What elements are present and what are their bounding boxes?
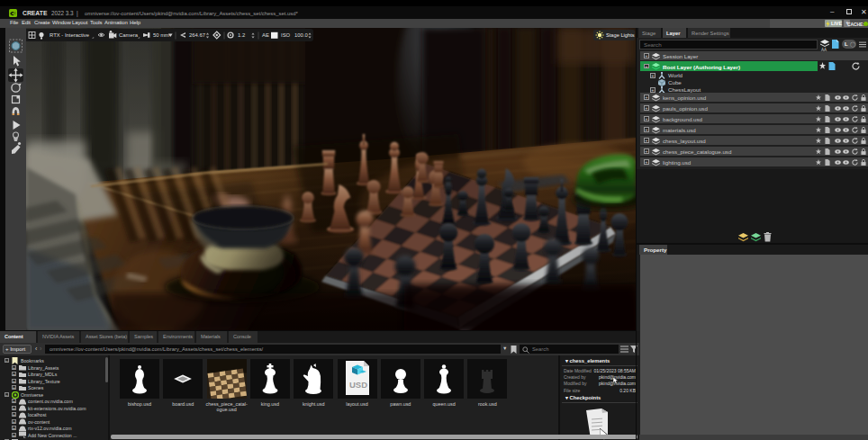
svg-text:AE: AE [262, 32, 269, 38]
svg-text:RTX - Interactive: RTX - Interactive [50, 32, 90, 38]
svg-text:ISO 100.0: ISO 100.0 [281, 32, 309, 38]
svg-text:50 mm: 50 mm [153, 32, 169, 38]
svg-text:264.67: 264.67 [189, 32, 205, 38]
svg-text:1.2: 1.2 [238, 32, 245, 38]
svg-text:Camera: Camera [119, 32, 139, 38]
svg-text:USD: USD [349, 380, 367, 390]
